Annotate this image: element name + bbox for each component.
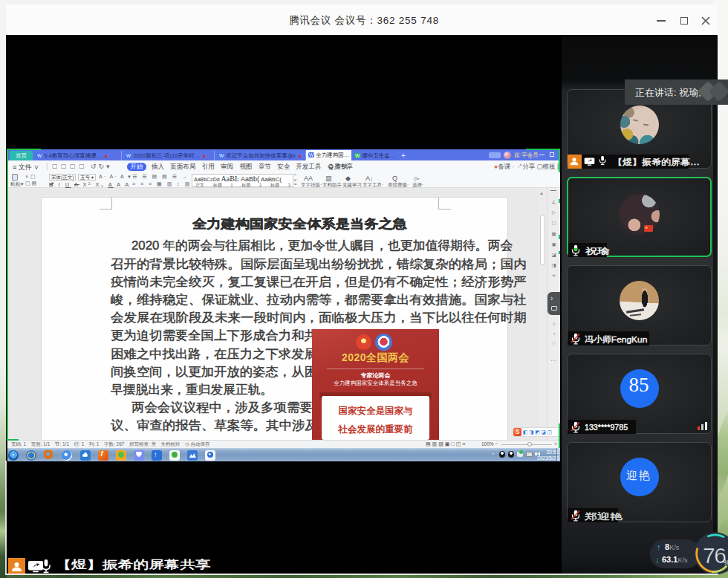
svg-text:%: %	[724, 558, 728, 567]
svg-text:76: 76	[703, 543, 726, 568]
